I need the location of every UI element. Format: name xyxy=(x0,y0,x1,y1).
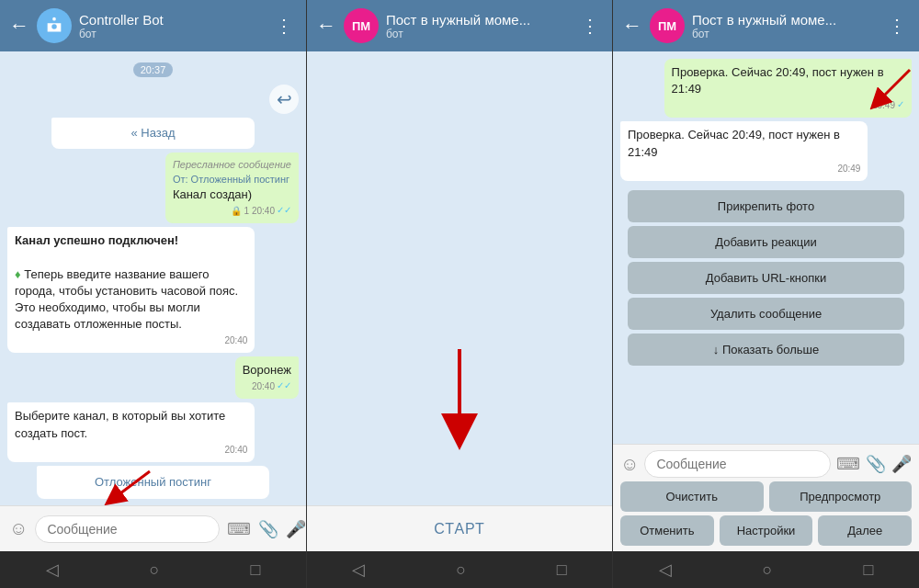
channel-button[interactable]: Отложенный постинг xyxy=(37,466,270,499)
start-button[interactable]: СТАРТ xyxy=(434,521,485,537)
panel3-menu[interactable]: ⋮ xyxy=(884,11,910,40)
panel2-subtitle: бот xyxy=(386,28,577,40)
msg-choose-channel: Выберите канал, в который вы хотите созд… xyxy=(7,402,299,461)
panel3-avatar: ПМ xyxy=(650,8,685,43)
message-input[interactable] xyxy=(35,515,220,543)
panel1-menu[interactable]: ⋮ xyxy=(271,11,297,40)
panel2-start-bar: СТАРТ xyxy=(307,505,612,551)
action-next[interactable]: Далее xyxy=(818,515,912,546)
panel3-attach[interactable]: 📎 xyxy=(866,454,886,474)
panel2-avatar: ПМ xyxy=(344,8,379,43)
panel1-header: ← Controller Bot бот ⋮ xyxy=(0,0,306,51)
panel2-back-button[interactable]: ← xyxy=(316,14,336,38)
emoji-button[interactable]: ☺ xyxy=(9,518,28,539)
back-button[interactable]: ← xyxy=(9,14,29,38)
msg-voronezh: Воронеж 20:40 ✓✓ xyxy=(7,356,299,399)
option-add-url[interactable]: Добавить URL-кнопки xyxy=(628,262,904,294)
panel2-menu[interactable]: ⋮ xyxy=(577,11,603,40)
panel2-header: ← ПМ Пост в нужный моме... бот ⋮ xyxy=(307,0,612,51)
panel1-nav-bar: ◁ ○ □ xyxy=(0,551,306,588)
panel3-nav-2[interactable]: ○ xyxy=(763,560,773,580)
mic-icon[interactable]: 🎤 xyxy=(286,519,306,539)
panel3-nav-1[interactable]: ◁ xyxy=(659,560,672,580)
panel3-subtitle: бот xyxy=(692,28,884,40)
forwarded-label: Пересланное сообщение xyxy=(173,158,291,172)
options-list: Прикрепить фото Добавить реакции Добавит… xyxy=(620,185,912,371)
action-clear[interactable]: Очистить xyxy=(620,481,764,512)
forwarded-text: Канал создан) xyxy=(173,187,291,203)
p3-recv-text: Проверка. Сейчас 20:49, пост нужен в 21:… xyxy=(628,127,860,160)
input-row: ☺ ⌨ 📎 🎤 xyxy=(620,450,912,478)
red-arrow-2 xyxy=(414,340,505,450)
voronezh-text: Воронеж xyxy=(243,362,291,379)
attach-icon[interactable]: 📎 xyxy=(258,519,278,539)
nav-icon-1[interactable]: ◁ xyxy=(46,560,59,580)
panel-post-timing-2: ← ПМ Пост в нужный моме... бот ⋮ Проверк… xyxy=(613,0,919,588)
back-system-btn[interactable]: « Назад xyxy=(7,118,299,149)
action-row-1: Очистить Предпросмотр xyxy=(620,481,912,512)
panel1-chat-body: 20:37 ↩ « Назад Пересланное сообщение От… xyxy=(0,51,306,505)
bot-avatar xyxy=(37,8,72,43)
panel3-message-input[interactable] xyxy=(644,450,831,478)
panel2-nav-2[interactable]: ○ xyxy=(456,560,466,580)
panel2-nav-bar: ◁ ○ □ xyxy=(307,551,612,588)
msg-connected-text: Канал успешно подключен! ♦ Теперь введит… xyxy=(15,232,247,333)
timestamp-1: 20:37 xyxy=(133,62,174,77)
panel3-title: Пост в нужный моме... xyxy=(692,12,884,28)
forward-indicator: ↩ xyxy=(7,85,299,114)
panel3-keyboard[interactable]: ⌨ xyxy=(836,454,860,474)
panel3-nav-3[interactable]: □ xyxy=(864,560,874,580)
panel1-subtitle: бот xyxy=(79,28,271,40)
panel2-empty-body xyxy=(307,51,612,505)
panel3-bottom-bar: ☺ ⌨ 📎 🎤 Очистить Предпросмотр Отменить Н… xyxy=(613,444,919,551)
panel1-header-info: Controller Bot бот xyxy=(79,12,271,40)
option-attach-photo[interactable]: Прикрепить фото xyxy=(628,190,904,222)
keyboard-icon[interactable]: ⌨ xyxy=(227,519,251,539)
option-delete-msg[interactable]: Удалить сообщение xyxy=(628,298,904,330)
choose-channel-text: Выберите канал, в который вы хотите созд… xyxy=(15,408,247,441)
nav-icon-2[interactable]: ○ xyxy=(150,560,160,580)
panel3-emoji[interactable]: ☺ xyxy=(620,454,639,475)
panel3-header-info: Пост в нужный моме... бот xyxy=(692,12,884,40)
action-settings[interactable]: Настройки xyxy=(720,515,813,546)
panel-post-timing-1: ← ПМ Пост в нужный моме... бот ⋮ СТАРТ ◁… xyxy=(307,0,613,588)
action-preview[interactable]: Предпросмотр xyxy=(769,481,913,512)
nav-icon-3[interactable]: □ xyxy=(251,560,261,580)
panel1-bottom-bar: ☺ ⌨ 📎 🎤 xyxy=(0,505,306,551)
panel3-mic[interactable]: 🎤 xyxy=(891,454,912,474)
p3-sent-text: Проверка. Сейчас 20:49, пост нужен в 21:… xyxy=(672,64,904,97)
msg-connected: Канал успешно подключен! ♦ Теперь введит… xyxy=(7,227,299,353)
forwarded-from: От: Отложенный постинг xyxy=(173,173,291,187)
panel3-chat-body: Проверка. Сейчас 20:49, пост нужен в 21:… xyxy=(613,51,919,444)
forwarded-msg: Пересланное сообщение От: Отложенный пос… xyxy=(7,153,299,223)
panel2-header-info: Пост в нужный моме... бот xyxy=(386,12,577,40)
p3-sent-msg: Проверка. Сейчас 20:49, пост нужен в 21:… xyxy=(620,59,912,118)
p3-recv-msg: Проверка. Сейчас 20:49, пост нужен в 21:… xyxy=(620,121,912,180)
panel3-nav-bar: ◁ ○ □ xyxy=(613,551,919,588)
action-row-2: Отменить Настройки Далее xyxy=(620,515,912,546)
option-show-more[interactable]: ↓ Показать больше xyxy=(628,334,904,366)
panel3-header: ← ПМ Пост в нужный моме... бот ⋮ xyxy=(613,0,919,51)
panel3-back-button[interactable]: ← xyxy=(622,14,642,38)
panel2-title: Пост в нужный моме... xyxy=(386,12,577,28)
action-cancel[interactable]: Отменить xyxy=(620,515,714,546)
panel1-title: Controller Bot xyxy=(79,12,271,28)
panel2-nav-3[interactable]: □ xyxy=(557,560,567,580)
option-add-reactions[interactable]: Добавить реакции xyxy=(628,226,904,258)
channel-btn-wrap: Отложенный постинг xyxy=(7,466,299,499)
panel2-nav-1[interactable]: ◁ xyxy=(352,560,365,580)
panel-controller-bot: ← Controller Bot бот ⋮ 20:37 ↩ « Назад П… xyxy=(0,0,307,588)
